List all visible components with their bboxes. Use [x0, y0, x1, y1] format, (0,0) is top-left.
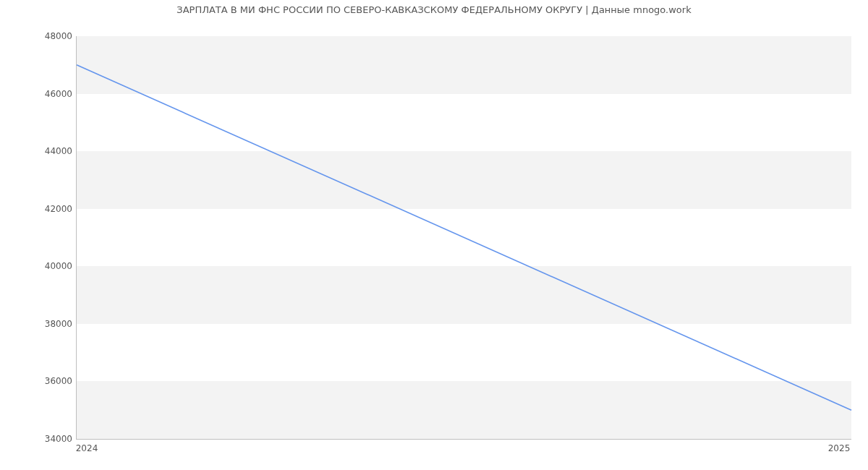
y-tick-label: 38000 [7, 319, 72, 329]
chart-container: ЗАРПЛАТА В МИ ФНС РОССИИ ПО СЕВЕРО-КАВКА… [0, 0, 868, 470]
chart-title: ЗАРПЛАТА В МИ ФНС РОССИИ ПО СЕВЕРО-КАВКА… [0, 4, 868, 15]
line-series [77, 36, 851, 439]
y-tick-label: 40000 [7, 261, 72, 271]
x-tick-label: 2024 [76, 443, 98, 453]
y-tick-label: 48000 [7, 31, 72, 41]
y-tick-label: 44000 [7, 146, 72, 156]
plot-area [76, 36, 851, 440]
y-tick-label: 46000 [7, 89, 72, 99]
y-tick-label: 42000 [7, 204, 72, 214]
svg-line-0 [77, 65, 851, 410]
y-tick-label: 34000 [7, 434, 72, 444]
y-tick-label: 36000 [7, 376, 72, 386]
x-tick-label: 2025 [828, 443, 851, 453]
